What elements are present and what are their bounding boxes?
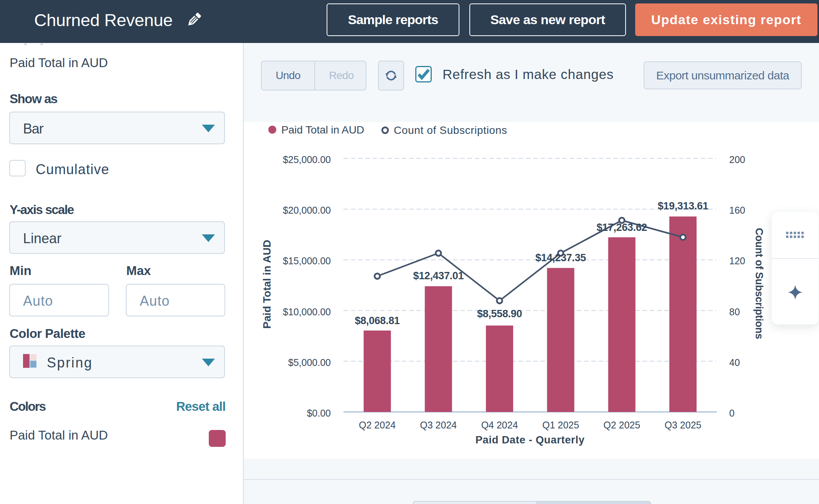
svg-text:Q1 2025: Q1 2025 xyxy=(542,420,579,430)
svg-text:Q2 2024: Q2 2024 xyxy=(359,420,396,430)
svg-text:Q3 2024: Q3 2024 xyxy=(420,420,457,430)
svg-text:$17,263.62: $17,263.62 xyxy=(596,222,647,233)
svg-text:80: 80 xyxy=(729,306,740,317)
svg-text:120: 120 xyxy=(729,255,745,266)
svg-text:$19,313.61: $19,313.61 xyxy=(658,200,708,212)
svg-text:$12,437.01: $12,437.01 xyxy=(413,270,464,282)
svg-text:40: 40 xyxy=(729,357,740,368)
svg-text:Q3 2025: Q3 2025 xyxy=(665,420,702,430)
svg-text:$20,000.00: $20,000.00 xyxy=(283,205,331,216)
svg-text:Paid Total in AUD: Paid Total in AUD xyxy=(261,240,273,329)
svg-text:Q4 2024: Q4 2024 xyxy=(481,420,518,430)
svg-text:160: 160 xyxy=(729,205,745,216)
svg-text:200: 200 xyxy=(729,154,745,165)
svg-text:$0.00: $0.00 xyxy=(307,408,331,418)
svg-text:Count of Subscriptions: Count of Subscriptions xyxy=(753,228,765,339)
svg-text:Paid Date - Quarterly: Paid Date - Quarterly xyxy=(476,434,585,446)
svg-text:Q2 2025: Q2 2025 xyxy=(603,420,640,430)
svg-text:0: 0 xyxy=(729,408,735,418)
svg-text:$10,000.00: $10,000.00 xyxy=(283,306,331,317)
svg-text:Paid Total in AUD: Paid Total in AUD xyxy=(281,124,364,136)
svg-text:$25,000.00: $25,000.00 xyxy=(283,154,331,165)
svg-text:$14,237.35: $14,237.35 xyxy=(535,252,586,264)
svg-text:Count of Subscriptions: Count of Subscriptions xyxy=(394,124,507,136)
svg-text:$15,000.00: $15,000.00 xyxy=(283,255,331,266)
svg-text:$8,068.81: $8,068.81 xyxy=(355,315,400,326)
svg-text:$5,000.00: $5,000.00 xyxy=(288,357,331,368)
svg-text:$8,558.90: $8,558.90 xyxy=(477,308,522,320)
